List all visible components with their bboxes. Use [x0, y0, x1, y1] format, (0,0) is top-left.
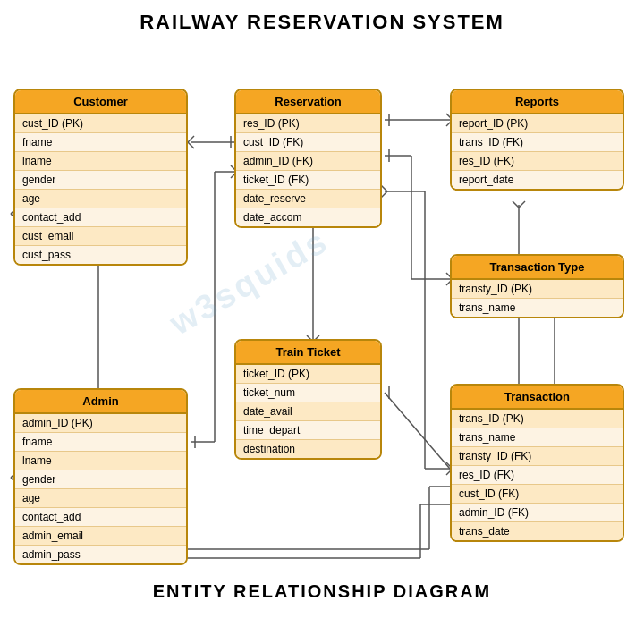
transaction-row: transty_ID (FK)	[452, 447, 623, 466]
customer-row: cust_email	[15, 227, 186, 246]
svg-line-32	[519, 201, 525, 208]
svg-line-3	[188, 142, 194, 148]
reservation-row: ticket_ID (FK)	[236, 171, 380, 190]
train-ticket-table: Train Ticket ticket_ID (PK) ticket_num d…	[234, 339, 382, 460]
admin-row: gender	[15, 470, 186, 489]
admin-row: admin_ID (PK)	[15, 414, 186, 433]
transaction-row: res_ID (FK)	[452, 466, 623, 485]
customer-row: cust_pass	[15, 246, 186, 264]
transaction-header: Transaction	[452, 386, 623, 410]
admin-row: admin_pass	[15, 546, 186, 564]
reservation-table: Reservation res_ID (PK) cust_ID (FK) adm…	[234, 89, 382, 228]
reports-table: Reports report_ID (PK) trans_ID (FK) res…	[450, 89, 624, 191]
transaction-table: Transaction trans_ID (PK) trans_name tra…	[450, 384, 624, 542]
svg-line-58	[381, 191, 387, 198]
customer-table: Customer cust_ID (PK) fname lname gender…	[13, 89, 188, 266]
diagram-area: Customer cust_ID (PK) fname lname gender…	[0, 39, 644, 576]
reservation-header: Reservation	[236, 90, 380, 114]
transaction-type-header: Transaction Type	[452, 256, 623, 280]
transaction-type-row: transty_ID (PK)	[452, 280, 623, 299]
train-ticket-row: date_avail	[236, 402, 380, 421]
watermark: w3squids	[163, 222, 335, 343]
svg-line-57	[381, 185, 387, 191]
customer-header: Customer	[15, 90, 186, 114]
admin-row: age	[15, 489, 186, 508]
customer-row: contact_add	[15, 208, 186, 227]
admin-row: contact_add	[15, 508, 186, 527]
train-ticket-row: ticket_num	[236, 384, 380, 402]
svg-line-2	[188, 136, 194, 142]
customer-row: lname	[15, 152, 186, 171]
reservation-row: admin_ID (FK)	[236, 152, 380, 171]
customer-row: gender	[15, 171, 186, 190]
transaction-row: admin_ID (FK)	[452, 504, 623, 522]
customer-row: fname	[15, 133, 186, 152]
reservation-row: date_accom	[236, 208, 380, 226]
admin-header: Admin	[15, 390, 186, 414]
train-ticket-row: destination	[236, 440, 380, 458]
reports-header: Reports	[452, 90, 623, 114]
train-ticket-row: ticket_ID (PK)	[236, 365, 380, 384]
transaction-row: cust_ID (FK)	[452, 485, 623, 504]
admin-table: Admin admin_ID (PK) fname lname gender a…	[13, 388, 188, 565]
reservation-row: res_ID (PK)	[236, 114, 380, 133]
svg-line-24	[385, 393, 450, 469]
admin-row: fname	[15, 433, 186, 452]
reports-row: report_date	[452, 171, 623, 189]
svg-line-31	[513, 201, 519, 208]
reservation-row: cust_ID (FK)	[236, 133, 380, 152]
admin-row: admin_email	[15, 527, 186, 546]
reports-row: trans_ID (FK)	[452, 133, 623, 152]
customer-row: age	[15, 190, 186, 208]
transaction-row: trans_date	[452, 522, 623, 540]
reservation-row: date_reserve	[236, 190, 380, 208]
customer-row: cust_ID (PK)	[15, 114, 186, 133]
train-ticket-row: time_depart	[236, 421, 380, 440]
admin-row: lname	[15, 452, 186, 470]
train-ticket-header: Train Ticket	[236, 341, 380, 365]
transaction-type-row: trans_name	[452, 299, 623, 317]
reports-row: res_ID (FK)	[452, 152, 623, 171]
transaction-type-table: Transaction Type transty_ID (PK) trans_n…	[450, 254, 624, 318]
page-subtitle: ENTITY RELATIONSHIP DIAGRAM	[0, 576, 644, 611]
page-title: RAILWAY RESERVATION SYSTEM	[0, 0, 644, 39]
transaction-row: trans_ID (PK)	[452, 410, 623, 428]
transaction-row: trans_name	[452, 428, 623, 447]
reports-row: report_ID (PK)	[452, 114, 623, 133]
